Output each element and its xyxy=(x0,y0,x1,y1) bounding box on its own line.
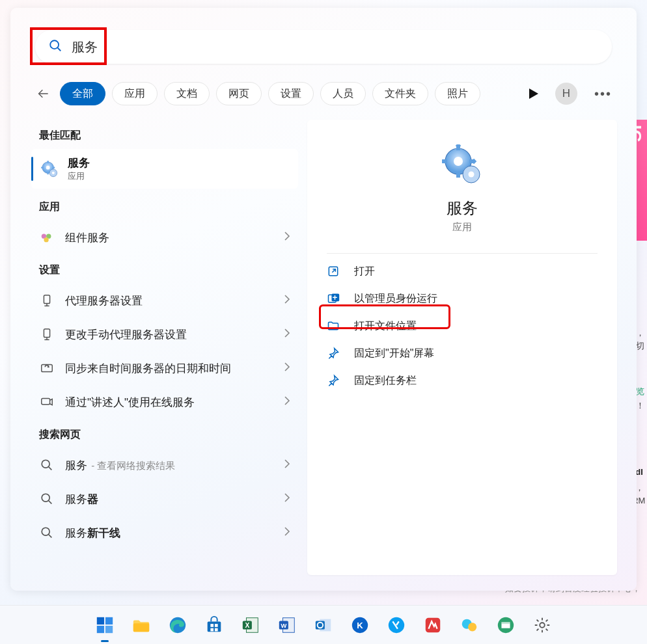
filter-chip-docs[interactable]: 文档 xyxy=(164,82,210,105)
taskbar: X W K xyxy=(0,605,647,644)
action-label: 以管理员身份运行 xyxy=(354,292,437,306)
taskbar-app-chat[interactable] xyxy=(455,611,484,639)
taskbar-explorer[interactable] xyxy=(127,611,156,639)
svg-line-25 xyxy=(49,501,52,504)
settings-item-manual-proxy[interactable]: 更改手动代理服务器设置 xyxy=(29,317,301,351)
svg-point-13 xyxy=(44,237,48,242)
svg-line-27 xyxy=(49,535,52,538)
taskbar-start[interactable] xyxy=(90,611,119,639)
taskbar-word[interactable]: W xyxy=(273,611,301,639)
play-icon[interactable] xyxy=(529,88,538,99)
svg-point-10 xyxy=(52,171,55,174)
action-label: 固定到"开始"屏幕 xyxy=(354,347,434,360)
svg-rect-51 xyxy=(215,628,218,631)
settings-item-time-sync[interactable]: 同步来自时间服务器的日期和时间 xyxy=(29,351,301,385)
settings-item-narrator[interactable]: 通过"讲述人"使用在线服务 xyxy=(29,385,301,419)
chevron-right-icon xyxy=(284,231,290,245)
filter-chip-all[interactable]: 全部 xyxy=(60,82,105,105)
svg-point-26 xyxy=(42,528,49,535)
filter-chip-photos[interactable]: 照片 xyxy=(435,82,480,105)
svg-line-1 xyxy=(58,48,61,51)
best-match-title: 服务 xyxy=(68,155,90,170)
svg-rect-69 xyxy=(501,622,510,624)
filter-chip-web[interactable]: 网页 xyxy=(216,82,262,105)
web-item-server[interactable]: 服务器 xyxy=(29,482,301,516)
chevron-right-icon xyxy=(284,492,290,506)
action-label: 打开文件位置 xyxy=(354,319,417,333)
svg-point-0 xyxy=(50,40,59,49)
best-match-item[interactable]: 服务 应用 xyxy=(31,149,298,189)
filter-chip-folders[interactable]: 文件夹 xyxy=(372,82,428,105)
taskbar-outlook[interactable] xyxy=(309,611,338,639)
best-match-subtitle: 应用 xyxy=(68,170,90,182)
taskbar-app-green[interactable] xyxy=(491,611,520,639)
section-settings: 设置 xyxy=(29,254,301,284)
taskbar-settings[interactable] xyxy=(528,611,557,639)
action-pin-taskbar[interactable]: 固定到任务栏 xyxy=(307,367,617,394)
narrator-icon xyxy=(39,394,55,410)
search-icon xyxy=(48,38,62,55)
filter-row: 全部 应用 文档 网页 设置 人员 文件夹 照片 H ••• xyxy=(35,79,612,108)
web-item-shinkansen[interactable]: 服务新干线 xyxy=(29,516,301,550)
pin-icon xyxy=(325,373,341,388)
svg-text:K: K xyxy=(357,620,363,630)
taskbar-excel[interactable]: X xyxy=(236,611,265,639)
action-pin-start[interactable]: 固定到"开始"屏幕 xyxy=(307,340,617,367)
chevron-right-icon xyxy=(284,294,290,308)
pin-icon xyxy=(325,345,341,361)
row-label: 服务新干线 xyxy=(65,526,120,541)
admin-icon xyxy=(325,291,341,306)
svg-rect-47 xyxy=(208,621,221,632)
filter-chip-apps[interactable]: 应用 xyxy=(112,82,158,105)
search-input[interactable] xyxy=(72,40,612,55)
svg-line-23 xyxy=(49,467,52,470)
search-bar[interactable] xyxy=(35,30,612,64)
svg-rect-8 xyxy=(53,167,55,168)
search-icon xyxy=(39,525,55,541)
svg-rect-48 xyxy=(210,624,213,627)
more-icon[interactable]: ••• xyxy=(594,87,612,101)
svg-point-4 xyxy=(46,165,50,169)
svg-point-24 xyxy=(42,494,49,502)
taskbar-kugou[interactable]: K xyxy=(346,611,374,639)
taskbar-store[interactable] xyxy=(200,611,228,639)
svg-point-37 xyxy=(469,172,475,178)
taskbar-app-red[interactable] xyxy=(419,611,447,639)
filter-chip-settings[interactable]: 设置 xyxy=(268,82,314,105)
svg-rect-50 xyxy=(210,628,213,631)
taskbar-tencent[interactable] xyxy=(382,611,411,639)
chevron-right-icon xyxy=(284,396,290,409)
svg-rect-41 xyxy=(97,617,104,624)
svg-text:X: X xyxy=(245,621,249,628)
action-open[interactable]: 打开 xyxy=(307,258,617,285)
chevron-right-icon xyxy=(284,526,290,540)
chevron-right-icon xyxy=(284,362,290,375)
taskbar-edge[interactable] xyxy=(163,611,192,639)
back-button[interactable] xyxy=(35,85,52,102)
action-open-location[interactable]: 打开文件位置 xyxy=(307,312,617,340)
search-icon xyxy=(39,491,55,507)
sync-icon xyxy=(39,360,55,376)
preview-pane: 服务 应用 打开 以管理员身份运行 打开文件位置 固定到"开始"屏幕 固定到任务… xyxy=(307,120,617,575)
chevron-right-icon xyxy=(284,459,290,472)
svg-rect-20 xyxy=(42,365,53,372)
row-label: 同步来自时间服务器的日期和时间 xyxy=(65,361,231,376)
svg-point-29 xyxy=(454,157,463,166)
user-avatar[interactable]: H xyxy=(555,83,577,105)
app-item-component-services[interactable]: 组件服务 xyxy=(29,221,301,254)
web-item-services[interactable]: 服务 - 查看网络搜索结果 xyxy=(29,448,301,482)
svg-rect-43 xyxy=(97,625,104,632)
svg-rect-6 xyxy=(48,172,49,174)
action-run-as-admin[interactable]: 以管理员身份运行 xyxy=(307,285,617,312)
svg-rect-14 xyxy=(44,295,49,304)
svg-point-63 xyxy=(389,617,404,632)
svg-text:W: W xyxy=(281,622,286,628)
settings-item-proxy[interactable]: 代理服务器设置 xyxy=(29,284,301,317)
row-label: 代理服务器设置 xyxy=(65,293,143,308)
svg-rect-5 xyxy=(48,161,49,163)
folder-icon xyxy=(325,318,341,334)
row-label: 服务 - 查看网络搜索结果 xyxy=(65,458,175,473)
section-best-match: 最佳匹配 xyxy=(29,120,301,149)
proxy-icon xyxy=(39,327,55,342)
filter-chip-people[interactable]: 人员 xyxy=(320,82,366,105)
